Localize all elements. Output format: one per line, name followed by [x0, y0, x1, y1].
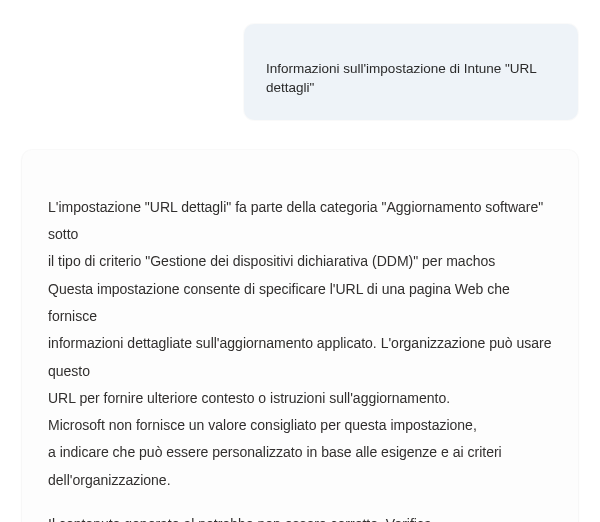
- assistant-line: Questa impostazione consente di specific…: [48, 276, 556, 331]
- disclaimer-text: Il contenuto generato al potrebbe non es…: [48, 516, 502, 522]
- disclaimer-row: Il contenuto generato al potrebbe non es…: [48, 516, 556, 522]
- assistant-line: informazioni dettagliate sull'aggiorname…: [48, 330, 556, 385]
- assistant-line: a indicare che può essere personalizzato…: [48, 439, 556, 466]
- assistant-line: il tipo di criterio "Gestione dei dispos…: [48, 248, 556, 275]
- assistant-message-bubble: L'impostazione "URL dettagli" fa parte d…: [22, 150, 578, 522]
- user-message-text: Informazioni sull'impostazione di Intune…: [266, 48, 556, 98]
- assistant-message-body: L'impostazione "URL dettagli" fa parte d…: [48, 194, 556, 494]
- assistant-line: dell'organizzazione.: [48, 467, 556, 494]
- assistant-line: Microsoft non fornisce un valore consigl…: [48, 412, 556, 439]
- assistant-line: L'impostazione "URL dettagli" fa parte d…: [48, 194, 556, 249]
- user-message-bubble: Informazioni sull'impostazione di Intune…: [244, 24, 578, 120]
- assistant-line: URL per fornire ulteriore contesto o ist…: [48, 385, 556, 412]
